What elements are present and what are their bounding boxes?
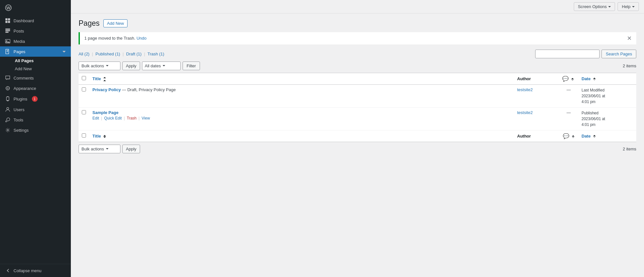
comments-sort-bottom-icon (572, 135, 574, 138)
select-all-checkbox-bottom[interactable] (82, 133, 86, 138)
wp-logo: W (0, 0, 71, 15)
date-sort-icon (593, 78, 596, 81)
add-new-button[interactable]: Add New (103, 19, 128, 27)
sidebar-subitem-add-new[interactable]: Add New (0, 65, 71, 73)
date-filter-select[interactable]: All dates (142, 62, 181, 70)
sidebar-item-tools[interactable]: Tools (0, 115, 71, 125)
header-author-col: Author (514, 73, 559, 84)
header-date-col[interactable]: Date (578, 73, 636, 84)
main-content: Screen Options Help Pages Add New 1 page… (71, 0, 644, 277)
sidebar-item-posts[interactable]: Posts (0, 26, 71, 36)
svg-point-14 (7, 108, 9, 110)
search-pages-button[interactable]: Search Pages (601, 50, 636, 58)
help-button[interactable]: Help (618, 2, 639, 11)
sidebar-item-comments-label: Comments (14, 76, 34, 81)
header-checkbox-col (79, 73, 89, 84)
svg-rect-13 (6, 97, 9, 100)
page-header: Pages Add New (79, 19, 636, 28)
filter-button[interactable]: Filter (183, 62, 200, 70)
bottom-left-actions: Bulk actions Apply (79, 145, 140, 153)
sidebar-subitem-all-pages[interactable]: All Pages (0, 57, 71, 65)
topbar: Screen Options Help (71, 0, 644, 14)
apply-button-bottom[interactable]: Apply (122, 145, 140, 153)
page-title-link-sample[interactable]: Sample Page (92, 110, 118, 115)
date-sort-bottom-icon (593, 135, 596, 138)
bulk-actions-arrow-icon-top (106, 65, 109, 66)
notice-close-button[interactable]: ✕ (627, 35, 632, 41)
row-actions-sample: Edit | Quick Edit | Trash | View (92, 116, 511, 120)
sidebar-item-plugins[interactable]: Plugins 1 (0, 93, 71, 104)
bulk-actions-arrow-icon-bottom (106, 148, 109, 149)
date-privacy: Last Modified 2023/06/01 at 4:01 pm (582, 87, 633, 105)
date-sample: Published 2023/06/01 at 4:01 pm (582, 110, 633, 128)
collapse-menu[interactable]: Collapse menu (0, 264, 71, 277)
view-link-sample[interactable]: View (142, 116, 150, 120)
screen-options-button[interactable]: Screen Options (574, 2, 615, 11)
filters-bar: All (2) | Published (1) | Draft (1) | Tr… (79, 50, 636, 58)
edit-link-sample[interactable]: Edit (92, 116, 99, 120)
table-footer-header-row: Title Author 💬 (79, 130, 636, 142)
svg-rect-4 (5, 21, 7, 23)
page-title: Pages (79, 19, 99, 28)
apply-button-top[interactable]: Apply (122, 62, 140, 70)
bulk-actions-select-bottom[interactable]: Bulk actions (79, 145, 120, 153)
sidebar-item-posts-label: Posts (14, 29, 24, 33)
comments-privacy: — (567, 87, 571, 92)
filter-trash[interactable]: Trash (1) (147, 52, 164, 56)
svg-text:W: W (6, 5, 11, 10)
sep3: | (144, 52, 145, 56)
filter-all[interactable]: All (2) (79, 52, 90, 56)
help-arrow-icon (632, 6, 635, 7)
sidebar-item-appearance[interactable]: Appearance (0, 83, 71, 93)
sidebar-item-media-label: Media (14, 39, 25, 44)
sep1: | (92, 52, 93, 56)
sidebar-item-settings[interactable]: Settings (0, 125, 71, 135)
title-sort-bottom-icon (103, 135, 106, 138)
author-link-sample[interactable]: testsite2 (517, 110, 533, 115)
collapse-menu-label: Collapse menu (14, 268, 42, 273)
sidebar-item-tools-label: Tools (14, 118, 23, 122)
svg-rect-5 (8, 21, 10, 23)
items-count-top: 2 items (623, 63, 636, 68)
sidebar-item-users[interactable]: Users (0, 104, 71, 115)
sidebar-item-comments[interactable]: Comments (0, 73, 71, 83)
row-checkbox-sample[interactable] (82, 110, 86, 114)
sidebar-item-media[interactable]: Media (0, 36, 71, 46)
search-input[interactable] (535, 50, 600, 58)
sidebar-item-appearance-label: Appearance (14, 86, 36, 91)
sidebar-item-plugins-label: Plugins (14, 97, 27, 101)
filter-links: All (2) | Published (1) | Draft (1) | Tr… (79, 52, 164, 56)
svg-rect-2 (5, 18, 7, 20)
comment-bottom-icon: 💬 (563, 133, 569, 139)
svg-rect-8 (5, 32, 9, 33)
quick-edit-link-sample[interactable]: Quick Edit (104, 116, 122, 120)
sidebar-item-dashboard[interactable]: Dashboard (0, 15, 71, 26)
trash-link-sample[interactable]: Trash (127, 116, 137, 120)
trash-notice: 1 page moved to the Trash. Undo ✕ (79, 32, 636, 44)
select-all-checkbox-top[interactable] (82, 76, 86, 80)
undo-link[interactable]: Undo (137, 36, 147, 41)
header-comments-col: 💬 (559, 73, 578, 84)
pages-arrow-icon (62, 51, 66, 53)
sidebar-item-users-label: Users (14, 107, 24, 112)
sidebar-item-pages[interactable]: Pages (0, 46, 71, 57)
author-link-privacy[interactable]: testsite2 (517, 87, 533, 92)
sidebar-item-pages-label: Pages (14, 49, 25, 54)
row-checkbox-privacy[interactable] (82, 87, 86, 91)
svg-rect-3 (8, 18, 10, 20)
filter-published[interactable]: Published (1) (96, 52, 120, 56)
header-title-col[interactable]: Title (89, 73, 514, 84)
table-row: Sample Page Edit | Quick Edit | Trash | … (79, 107, 636, 130)
bulk-actions-select-top[interactable]: Bulk actions (79, 62, 120, 70)
svg-rect-7 (5, 30, 10, 31)
svg-point-15 (7, 129, 9, 131)
page-title-link-privacy[interactable]: Privacy Policy (92, 87, 121, 92)
search-area: Search Pages (535, 50, 636, 58)
comment-header-icon: 💬 (562, 76, 569, 81)
notice-text: 1 page moved to the Trash. Undo (84, 36, 147, 41)
sidebar-item-dashboard-label: Dashboard (14, 18, 34, 23)
sep2: | (123, 52, 124, 56)
top-actions-row: Bulk actions Apply All dates Filter 2 it… (79, 62, 636, 70)
filter-draft[interactable]: Draft (1) (126, 52, 142, 56)
items-count-bottom: 2 items (623, 147, 636, 151)
